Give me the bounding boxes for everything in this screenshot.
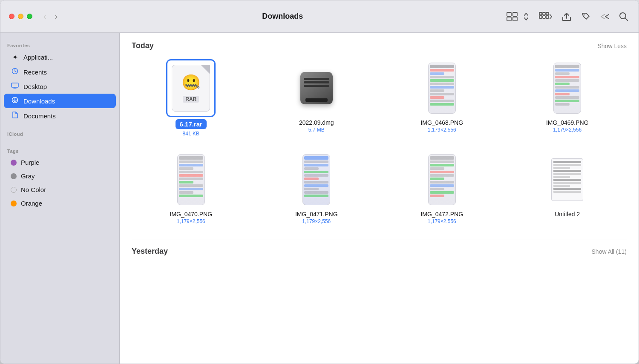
show-less-button[interactable]: Show Less (598, 43, 627, 49)
sidebar-label-orange: Orange (21, 200, 42, 207)
today-section-header: Today Show Less (132, 41, 627, 50)
thumb-row (304, 174, 328, 177)
thumb-row (555, 76, 579, 78)
file-name-untitled2: Untitled 2 (555, 211, 580, 218)
thumb-row (430, 76, 454, 78)
svg-rect-13 (12, 83, 18, 87)
file-item-img0469[interactable]: IMG_0469.PNG 1,179×2,556 (508, 57, 627, 140)
sidebar-label-recents: Recents (23, 69, 47, 76)
untitled-row (553, 173, 581, 175)
thumb-row (304, 195, 328, 197)
file-meta-img0472: 1,179×2,556 (428, 218, 456, 224)
file-item-dmg[interactable]: 2022.09.dmg 5.7 MB (257, 57, 376, 140)
rar-icon: 🤐 RAR (172, 65, 210, 112)
back-button[interactable]: ‹ (41, 10, 49, 23)
thumb-row (430, 184, 454, 187)
main-area: Favorites ✦ Applicati... Recents (0, 33, 639, 364)
sidebar-item-desktop[interactable]: Desktop (4, 80, 116, 93)
hdd-slot-3 (304, 85, 329, 87)
sidebar-item-purple[interactable]: Purple (4, 156, 116, 169)
tag-button[interactable] (579, 10, 593, 23)
icon-view-button[interactable] (505, 10, 519, 23)
thumb-row (179, 195, 203, 197)
untitled-row (553, 161, 581, 163)
sidebar-item-documents[interactable]: Documents (4, 109, 116, 123)
thumb-row (555, 83, 570, 85)
sidebar-item-recents[interactable]: Recents (4, 65, 116, 79)
untitled-row (553, 179, 581, 181)
thumb-row (304, 171, 328, 173)
yesterday-title: Yesterday (132, 247, 168, 256)
svg-rect-1 (513, 12, 517, 16)
sidebar-item-gray[interactable]: Gray (4, 169, 116, 183)
show-all-button[interactable]: Show All (11) (592, 248, 627, 255)
thumb-row (430, 89, 444, 92)
svg-rect-2 (507, 17, 511, 21)
file-meta-rar: 841 KB (183, 131, 199, 137)
sidebar-item-applications[interactable]: ✦ Applicati... (4, 50, 116, 64)
file-item-untitled2[interactable]: Untitled 2 (508, 149, 627, 228)
untitled-icon (551, 158, 583, 201)
file-name-dmg: 2022.09.dmg (299, 119, 334, 126)
sidebar-item-orange[interactable]: Orange (4, 197, 116, 210)
phone-thumbnail-0471 (302, 154, 330, 205)
content-area: Today Show Less 🤐 RAR 6.17.rar 841 KB (120, 33, 639, 364)
sidebar-label-desktop: Desktop (23, 83, 47, 90)
sidebar-label-purple: Purple (21, 159, 39, 166)
files-grid-today: 🤐 RAR 6.17.rar 841 KB (132, 57, 627, 228)
untitled-row (553, 185, 570, 187)
thumb-row (430, 79, 454, 82)
file-thumbnail-untitled2 (544, 152, 591, 207)
file-thumbnail-img0468 (418, 60, 465, 116)
phone-thumbnail-0472 (428, 154, 456, 205)
dmg-icon (300, 72, 333, 104)
thumb-row (304, 164, 328, 166)
hdd-slot-1 (304, 78, 329, 80)
file-meta-img0470: 1,179×2,556 (177, 218, 205, 224)
thumb-row (430, 72, 444, 75)
svg-rect-3 (513, 17, 517, 21)
file-item-rar[interactable]: 🤐 RAR 6.17.rar 841 KB (132, 57, 250, 140)
phone-thumbnail-0469 (553, 63, 581, 114)
toolbar-actions (505, 10, 630, 23)
file-item-img0472[interactable]: IMG_0472.PNG 1,179×2,556 (383, 149, 501, 228)
search-button[interactable] (617, 10, 630, 23)
forward-button[interactable]: › (52, 10, 60, 23)
thumb-row (179, 181, 193, 183)
thumb-row (430, 156, 454, 160)
toolbar: ‹ › Downloads (0, 0, 639, 33)
thumb-row (179, 184, 203, 187)
thumb-row (179, 174, 203, 177)
finder-window: ‹ › Downloads (0, 0, 639, 364)
thumb-row (555, 103, 570, 106)
thumb-row (555, 72, 570, 75)
thumb-row (304, 178, 319, 180)
thumb-row (430, 181, 454, 183)
file-name-img0469: IMG_0469.PNG (546, 119, 589, 126)
thumb-row (179, 161, 203, 163)
untitled-row (553, 182, 581, 184)
file-name-img0468: IMG_0468.PNG (420, 119, 463, 126)
thumb-row (304, 184, 328, 187)
file-item-img0471[interactable]: IMG_0471.PNG 1,179×2,556 (257, 149, 376, 228)
thumb-row (430, 100, 454, 102)
file-meta-img0469: 1,179×2,556 (553, 127, 581, 133)
thumb-row (430, 65, 454, 68)
file-item-img0468[interactable]: IMG_0468.PNG 1,179×2,556 (383, 57, 501, 140)
traffic-lights (9, 14, 32, 19)
view-sort-button[interactable] (521, 11, 531, 23)
minimize-button[interactable] (18, 14, 23, 19)
group-view-button[interactable] (537, 10, 554, 23)
fullscreen-button[interactable] (27, 14, 32, 19)
file-thumbnail-img0469 (544, 60, 591, 116)
thumb-row (430, 69, 454, 72)
thumb-row (430, 161, 454, 163)
close-button[interactable] (9, 14, 14, 19)
thumb-row (555, 89, 579, 92)
sidebar-item-nocolor[interactable]: No Color (4, 183, 116, 196)
icloud-header: iCloud (0, 128, 119, 138)
share-button[interactable] (560, 10, 573, 23)
file-item-img0470[interactable]: IMG_0470.PNG 1,179×2,556 (132, 149, 250, 228)
more-actions-button[interactable] (599, 11, 611, 22)
sidebar-item-downloads[interactable]: Downloads (4, 94, 116, 108)
